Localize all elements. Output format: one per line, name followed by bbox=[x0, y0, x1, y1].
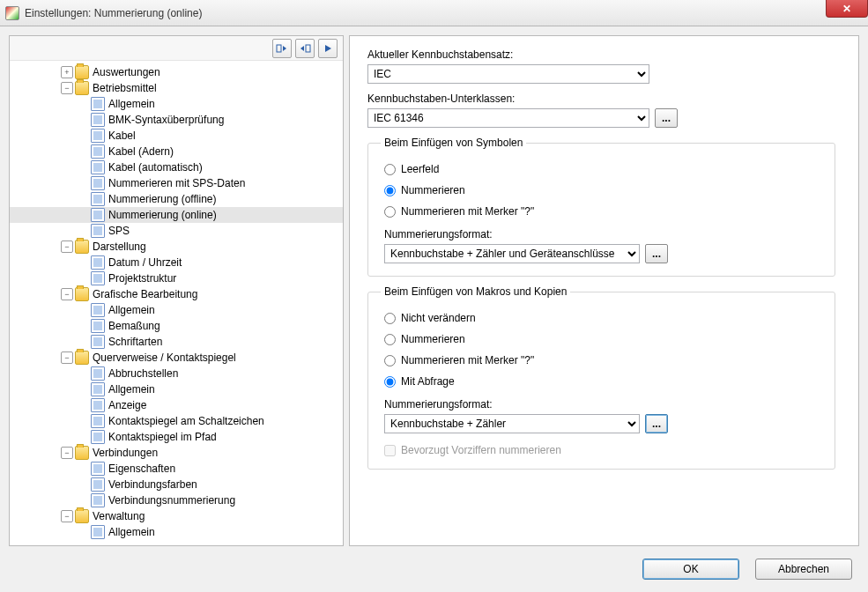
tree-row[interactable]: BMK-Syntaxüberprüfung bbox=[10, 112, 343, 128]
macros-radio-number[interactable]: Nummerieren bbox=[384, 333, 822, 345]
tree-row[interactable]: −Querverweise / Kontaktspiegel bbox=[10, 350, 343, 366]
page-icon bbox=[91, 462, 105, 476]
group-symbols-legend: Beim Einfügen von Symbolen bbox=[381, 137, 526, 149]
macros-radio-ask[interactable]: Mit Abfrage bbox=[384, 375, 822, 388]
symbols-radio-number[interactable]: Nummerieren bbox=[384, 184, 822, 196]
page-icon bbox=[91, 208, 105, 222]
symbols-radio-empty-input[interactable] bbox=[384, 164, 396, 175]
cancel-button[interactable]: Abbrechen bbox=[755, 559, 852, 580]
toggle-placeholder bbox=[77, 431, 89, 443]
page-icon bbox=[91, 129, 105, 143]
tree-row[interactable]: Verbindungsnummerierung bbox=[10, 492, 343, 508]
tree-row[interactable]: Bemaßung bbox=[10, 318, 343, 334]
expand-icon[interactable]: + bbox=[61, 66, 73, 78]
collapse-all-icon bbox=[299, 42, 311, 55]
tree-scroll[interactable]: +Auswertungen−BetriebsmittelAllgemeinBMK… bbox=[10, 61, 343, 545]
tree-item-label: Allgemein bbox=[108, 98, 155, 110]
macros-radio-ask-input[interactable] bbox=[384, 376, 396, 388]
tree-item-label: Verbindungsnummerierung bbox=[108, 494, 235, 507]
collapse-icon[interactable]: − bbox=[61, 82, 73, 94]
subclass-browse-button[interactable]: ... bbox=[655, 108, 678, 128]
detail-panel: Aktueller Kennbuchstabensatz: IEC Kennbu… bbox=[349, 35, 859, 546]
macros-radio-keep[interactable]: Nicht verändern bbox=[384, 312, 822, 324]
tree-row[interactable]: Kontaktspiegel am Schaltzeichen bbox=[10, 413, 343, 429]
symbols-radio-empty[interactable]: Leerfeld bbox=[384, 163, 822, 175]
tree-row[interactable]: Eigenschaften bbox=[10, 461, 343, 477]
page-icon bbox=[91, 414, 105, 428]
tree-row[interactable]: Kontaktspiegel im Pfad bbox=[10, 429, 343, 445]
tree-row[interactable]: Nummerieren mit SPS-Daten bbox=[10, 175, 343, 191]
tree-row[interactable]: Datum / Uhrzeit bbox=[10, 255, 343, 270]
symbols-format-combo[interactable]: Kennbuchstabe + Zähler und Geräteanschlü… bbox=[384, 244, 640, 263]
play-button[interactable] bbox=[318, 39, 338, 58]
collapse-all-button[interactable] bbox=[295, 39, 315, 58]
collapse-icon[interactable]: − bbox=[61, 288, 73, 300]
symbols-radio-marker-input[interactable] bbox=[384, 206, 396, 218]
tree-item-label: Darstellung bbox=[93, 240, 146, 253]
tree-row[interactable]: +Auswertungen bbox=[10, 64, 343, 80]
macros-prefix-checkbox[interactable]: Bevorzugt Vorziffern nummerieren bbox=[384, 444, 822, 456]
macros-format-combo[interactable]: Kennbuchstabe + Zähler bbox=[384, 414, 640, 433]
toggle-placeholder bbox=[77, 256, 89, 269]
page-icon bbox=[91, 493, 105, 507]
tree-row[interactable]: Kabel (Adern) bbox=[10, 144, 343, 159]
tree-row[interactable]: Allgemein bbox=[10, 381, 343, 397]
folder-icon bbox=[75, 81, 89, 95]
tree-row[interactable]: Allgemein bbox=[10, 96, 343, 112]
macros-format-browse-button[interactable]: ... bbox=[645, 414, 668, 433]
titlebar: Einstellungen: Nummerierung (online) ✕ bbox=[0, 0, 868, 26]
macros-radio-keep-input[interactable] bbox=[384, 313, 396, 324]
macros-prefix-checkbox-label: Bevorzugt Vorziffern nummerieren bbox=[401, 444, 561, 456]
toggle-placeholder bbox=[77, 462, 89, 475]
tree-item-label: Schriftarten bbox=[108, 336, 162, 348]
macros-radio-marker[interactable]: Nummerieren mit Merker "?" bbox=[384, 354, 822, 366]
identset-label: Aktueller Kennbuchstabensatz: bbox=[367, 48, 835, 61]
settings-window: Einstellungen: Nummerierung (online) ✕ bbox=[0, 0, 868, 592]
tree-row[interactable]: −Betriebsmittel bbox=[10, 80, 343, 96]
expand-all-button[interactable] bbox=[272, 39, 292, 58]
page-icon bbox=[91, 525, 105, 539]
collapse-icon[interactable]: − bbox=[61, 447, 73, 459]
tree-row[interactable]: Verbindungsfarben bbox=[10, 477, 343, 492]
symbols-radiolist: Leerfeld Nummerieren Nummerieren mit Mer… bbox=[384, 163, 822, 218]
tree-row[interactable]: Abbruchstellen bbox=[10, 366, 343, 381]
folder-icon bbox=[75, 351, 89, 365]
macros-radio-marker-input[interactable] bbox=[384, 355, 396, 366]
tree-row[interactable]: Kabel bbox=[10, 128, 343, 144]
tree-row[interactable]: −Verbindungen bbox=[10, 445, 343, 461]
tree-row[interactable]: −Verwaltung bbox=[10, 508, 343, 524]
toggle-placeholder bbox=[77, 177, 89, 189]
subclass-combo[interactable]: IEC 61346 bbox=[367, 108, 649, 128]
macros-radio-number-input[interactable] bbox=[384, 334, 396, 345]
symbols-radio-marker[interactable]: Nummerieren mit Merker "?" bbox=[384, 205, 822, 218]
tree-row[interactable]: Nummerierung (online) bbox=[10, 207, 343, 223]
symbols-format: Nummerierungsformat: Kennbuchstabe + Zäh… bbox=[384, 228, 822, 263]
tree-row[interactable]: Projektstruktur bbox=[10, 270, 343, 286]
toggle-placeholder bbox=[77, 336, 89, 348]
folder-icon bbox=[75, 65, 89, 79]
symbols-radio-number-input[interactable] bbox=[384, 185, 396, 196]
tree-row[interactable]: Kabel (automatisch) bbox=[10, 159, 343, 175]
collapse-icon[interactable]: − bbox=[61, 510, 73, 522]
tree-row[interactable]: SPS bbox=[10, 223, 343, 239]
tree-row[interactable]: Allgemein bbox=[10, 302, 343, 318]
collapse-icon[interactable]: − bbox=[61, 240, 73, 253]
tree-row[interactable]: Allgemein bbox=[10, 524, 343, 540]
tree-row[interactable]: −Grafische Bearbeitung bbox=[10, 286, 343, 302]
identset-combo[interactable]: IEC bbox=[367, 64, 649, 84]
tree-row[interactable]: Nummerierung (offline) bbox=[10, 191, 343, 207]
tree-item-label: SPS bbox=[108, 225, 130, 237]
ok-button[interactable]: OK bbox=[642, 559, 739, 580]
symbols-format-browse-button[interactable]: ... bbox=[645, 244, 668, 263]
play-icon bbox=[323, 44, 332, 53]
page-icon bbox=[91, 271, 105, 285]
tree-row[interactable]: Anzeige bbox=[10, 397, 343, 413]
svg-rect-2 bbox=[306, 45, 310, 52]
tree-row[interactable]: Schriftarten bbox=[10, 334, 343, 350]
tree-item-label: Allgemein bbox=[108, 383, 155, 396]
tree-row[interactable]: −Darstellung bbox=[10, 239, 343, 255]
collapse-icon[interactable]: − bbox=[61, 352, 73, 364]
close-button[interactable]: ✕ bbox=[826, 0, 868, 18]
tree-item-label: Kontaktspiegel im Pfad bbox=[108, 431, 217, 443]
page-icon bbox=[91, 224, 105, 238]
